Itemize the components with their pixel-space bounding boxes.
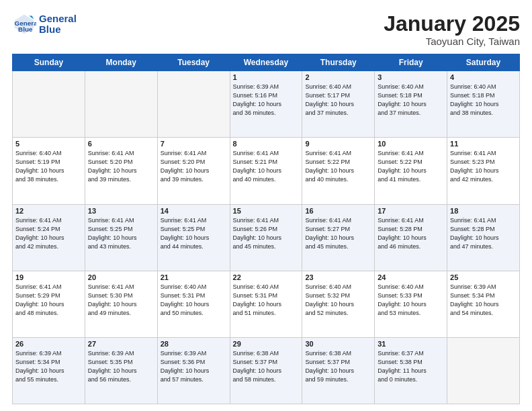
calendar-cell: 30Sunrise: 6:38 AM Sunset: 5:37 PM Dayli… — [302, 337, 375, 404]
calendar-row-0: 1Sunrise: 6:39 AM Sunset: 5:16 PM Daylig… — [13, 71, 520, 138]
calendar-cell: 26Sunrise: 6:39 AM Sunset: 5:34 PM Dayli… — [13, 337, 85, 404]
logo: General Blue General Blue — [12, 12, 77, 36]
day-number: 3 — [378, 73, 444, 81]
calendar-cell: 20Sunrise: 6:41 AM Sunset: 5:30 PM Dayli… — [85, 271, 157, 337]
day-info: Sunrise: 6:41 AM Sunset: 5:29 PM Dayligh… — [15, 283, 82, 318]
day-number: 4 — [450, 73, 517, 81]
calendar-cell: 13Sunrise: 6:41 AM Sunset: 5:25 PM Dayli… — [85, 204, 157, 271]
weekday-header-thursday: Thursday — [302, 54, 375, 71]
calendar-cell: 10Sunrise: 6:41 AM Sunset: 5:22 PM Dayli… — [375, 138, 447, 204]
calendar-cell — [157, 71, 230, 138]
day-number: 18 — [450, 207, 517, 215]
weekday-header-saturday: Saturday — [447, 54, 520, 71]
calendar-cell: 9Sunrise: 6:41 AM Sunset: 5:22 PM Daylig… — [302, 138, 375, 204]
day-info: Sunrise: 6:40 AM Sunset: 5:18 PM Dayligh… — [378, 83, 444, 118]
day-number: 17 — [378, 207, 444, 215]
day-number: 23 — [305, 273, 371, 281]
day-info: Sunrise: 6:39 AM Sunset: 5:16 PM Dayligh… — [233, 83, 300, 118]
day-number: 29 — [233, 340, 300, 348]
calendar-cell: 14Sunrise: 6:41 AM Sunset: 5:25 PM Dayli… — [157, 204, 230, 271]
day-number: 21 — [161, 273, 227, 281]
day-info: Sunrise: 6:41 AM Sunset: 5:25 PM Dayligh… — [88, 216, 154, 251]
day-info: Sunrise: 6:41 AM Sunset: 5:26 PM Dayligh… — [233, 216, 300, 251]
calendar-cell: 2Sunrise: 6:40 AM Sunset: 5:17 PM Daylig… — [302, 71, 375, 138]
day-info: Sunrise: 6:38 AM Sunset: 5:37 PM Dayligh… — [233, 349, 300, 384]
day-number: 20 — [88, 273, 154, 281]
day-info: Sunrise: 6:40 AM Sunset: 5:19 PM Dayligh… — [15, 149, 82, 184]
day-number: 6 — [88, 140, 154, 148]
calendar-cell: 12Sunrise: 6:41 AM Sunset: 5:24 PM Dayli… — [13, 204, 85, 271]
calendar-cell: 8Sunrise: 6:41 AM Sunset: 5:21 PM Daylig… — [230, 138, 302, 204]
header: General Blue General Blue January 2025 T… — [12, 12, 520, 47]
day-info: Sunrise: 6:41 AM Sunset: 5:24 PM Dayligh… — [15, 216, 82, 251]
day-info: Sunrise: 6:41 AM Sunset: 5:27 PM Dayligh… — [305, 216, 371, 251]
day-number: 8 — [233, 140, 300, 148]
day-info: Sunrise: 6:39 AM Sunset: 5:36 PM Dayligh… — [161, 349, 227, 384]
title-block: January 2025 Taoyuan City, Taiwan — [384, 12, 520, 47]
day-number: 2 — [305, 73, 371, 81]
calendar-cell: 31Sunrise: 6:37 AM Sunset: 5:38 PM Dayli… — [375, 337, 447, 404]
day-number: 14 — [161, 207, 227, 215]
weekday-header-row: SundayMondayTuesdayWednesdayThursdayFrid… — [13, 54, 520, 71]
day-info: Sunrise: 6:40 AM Sunset: 5:31 PM Dayligh… — [161, 283, 227, 318]
calendar-cell: 15Sunrise: 6:41 AM Sunset: 5:26 PM Dayli… — [230, 204, 302, 271]
day-number: 19 — [15, 273, 82, 281]
day-info: Sunrise: 6:41 AM Sunset: 5:22 PM Dayligh… — [305, 149, 371, 184]
weekday-header-tuesday: Tuesday — [157, 54, 230, 71]
calendar-cell — [85, 71, 157, 138]
day-info: Sunrise: 6:41 AM Sunset: 5:20 PM Dayligh… — [161, 149, 227, 184]
calendar-cell: 27Sunrise: 6:39 AM Sunset: 5:35 PM Dayli… — [85, 337, 157, 404]
day-info: Sunrise: 6:38 AM Sunset: 5:37 PM Dayligh… — [305, 349, 371, 384]
day-info: Sunrise: 6:40 AM Sunset: 5:32 PM Dayligh… — [305, 283, 371, 318]
day-info: Sunrise: 6:39 AM Sunset: 5:34 PM Dayligh… — [450, 283, 517, 318]
day-number: 7 — [161, 140, 227, 148]
calendar-cell: 19Sunrise: 6:41 AM Sunset: 5:29 PM Dayli… — [13, 271, 85, 337]
day-number: 28 — [161, 340, 227, 348]
calendar-cell: 16Sunrise: 6:41 AM Sunset: 5:27 PM Dayli… — [302, 204, 375, 271]
day-info: Sunrise: 6:41 AM Sunset: 5:23 PM Dayligh… — [450, 149, 517, 184]
calendar-cell: 18Sunrise: 6:41 AM Sunset: 5:28 PM Dayli… — [447, 204, 520, 271]
day-number: 27 — [88, 340, 154, 348]
svg-text:Blue: Blue — [18, 26, 33, 33]
day-info: Sunrise: 6:41 AM Sunset: 5:22 PM Dayligh… — [378, 149, 444, 184]
day-info: Sunrise: 6:40 AM Sunset: 5:18 PM Dayligh… — [450, 83, 517, 118]
weekday-header-friday: Friday — [375, 54, 447, 71]
month-title: January 2025 — [384, 12, 520, 36]
weekday-header-wednesday: Wednesday — [230, 54, 302, 71]
day-number: 31 — [378, 340, 444, 348]
calendar-cell: 29Sunrise: 6:38 AM Sunset: 5:37 PM Dayli… — [230, 337, 302, 404]
day-number: 11 — [450, 140, 517, 148]
day-info: Sunrise: 6:39 AM Sunset: 5:35 PM Dayligh… — [88, 349, 154, 384]
calendar-cell: 21Sunrise: 6:40 AM Sunset: 5:31 PM Dayli… — [157, 271, 230, 337]
calendar-row-4: 26Sunrise: 6:39 AM Sunset: 5:34 PM Dayli… — [13, 337, 520, 404]
day-info: Sunrise: 6:41 AM Sunset: 5:28 PM Dayligh… — [378, 216, 444, 251]
day-info: Sunrise: 6:41 AM Sunset: 5:30 PM Dayligh… — [88, 283, 154, 318]
calendar-cell: 11Sunrise: 6:41 AM Sunset: 5:23 PM Dayli… — [447, 138, 520, 204]
day-number: 24 — [378, 273, 444, 281]
calendar-cell: 5Sunrise: 6:40 AM Sunset: 5:19 PM Daylig… — [13, 138, 85, 204]
logo-text-block: General Blue — [39, 13, 77, 36]
calendar-cell — [13, 71, 85, 138]
calendar-cell: 1Sunrise: 6:39 AM Sunset: 5:16 PM Daylig… — [230, 71, 302, 138]
page: General Blue General Blue January 2025 T… — [0, 0, 532, 411]
day-number: 15 — [233, 207, 300, 215]
calendar-cell: 24Sunrise: 6:40 AM Sunset: 5:33 PM Dayli… — [375, 271, 447, 337]
day-number: 22 — [233, 273, 300, 281]
calendar-cell: 3Sunrise: 6:40 AM Sunset: 5:18 PM Daylig… — [375, 71, 447, 138]
calendar-cell: 25Sunrise: 6:39 AM Sunset: 5:34 PM Dayli… — [447, 271, 520, 337]
day-number: 25 — [450, 273, 517, 281]
day-info: Sunrise: 6:41 AM Sunset: 5:21 PM Dayligh… — [233, 149, 300, 184]
logo-icon: General Blue — [12, 12, 36, 36]
day-info: Sunrise: 6:40 AM Sunset: 5:17 PM Dayligh… — [305, 83, 371, 118]
day-number: 16 — [305, 207, 371, 215]
calendar-row-3: 19Sunrise: 6:41 AM Sunset: 5:29 PM Dayli… — [13, 271, 520, 337]
calendar-cell: 4Sunrise: 6:40 AM Sunset: 5:18 PM Daylig… — [447, 71, 520, 138]
calendar-cell: 28Sunrise: 6:39 AM Sunset: 5:36 PM Dayli… — [157, 337, 230, 404]
day-number: 9 — [305, 140, 371, 148]
day-number: 12 — [15, 207, 82, 215]
calendar-cell: 17Sunrise: 6:41 AM Sunset: 5:28 PM Dayli… — [375, 204, 447, 271]
calendar-cell: 22Sunrise: 6:40 AM Sunset: 5:31 PM Dayli… — [230, 271, 302, 337]
day-number: 30 — [305, 340, 371, 348]
day-info: Sunrise: 6:41 AM Sunset: 5:25 PM Dayligh… — [161, 216, 227, 251]
day-info: Sunrise: 6:40 AM Sunset: 5:31 PM Dayligh… — [233, 283, 300, 318]
